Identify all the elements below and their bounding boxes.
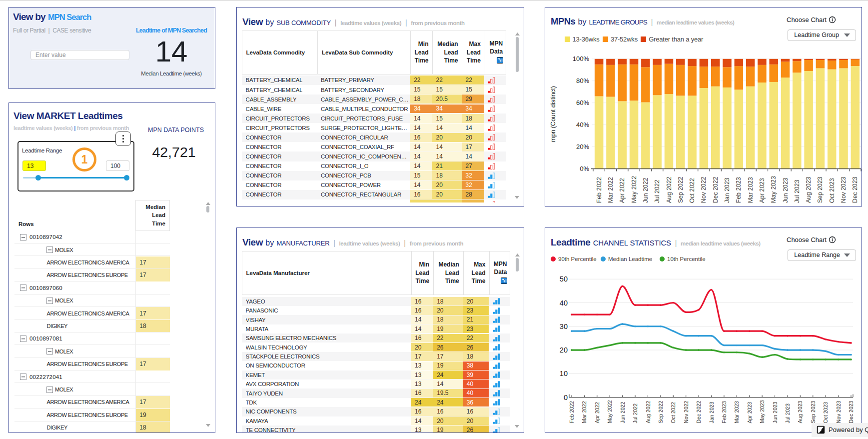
- svg-text:Jun 2023: Jun 2023: [782, 178, 789, 203]
- svg-text:50: 50: [560, 275, 568, 283]
- svg-text:Jul 2023: Jul 2023: [785, 404, 791, 424]
- svg-text:Dec 2023: Dec 2023: [848, 400, 854, 423]
- svg-text:Nov 2023: Nov 2023: [840, 176, 847, 203]
- svg-text:Aug 2023: Aug 2023: [797, 400, 803, 423]
- svg-text:Feb 2023: Feb 2023: [735, 177, 742, 203]
- svg-text:10: 10: [560, 370, 568, 378]
- svg-text:Oct 2022: Oct 2022: [689, 178, 696, 203]
- svg-text:Aug 2023: Aug 2023: [805, 176, 812, 203]
- svg-text:Sep 2022: Sep 2022: [658, 400, 664, 423]
- svg-text:mpn (Count distinct): mpn (Count distinct): [550, 86, 557, 142]
- svg-text:20%: 20%: [576, 143, 589, 150]
- svg-text:Apr 2022: Apr 2022: [619, 178, 626, 203]
- svg-text:100%: 100%: [573, 55, 590, 62]
- svg-text:Dec 2023: Dec 2023: [852, 176, 859, 203]
- svg-text:Jun 2022: Jun 2022: [620, 402, 626, 423]
- svg-text:Feb 2022: Feb 2022: [596, 177, 603, 203]
- svg-text:Jan 2023: Jan 2023: [709, 402, 715, 423]
- svg-text:Jul 2023: Jul 2023: [794, 180, 801, 203]
- svg-text:40: 40: [560, 299, 568, 307]
- svg-text:Feb 2022: Feb 2022: [569, 401, 575, 424]
- svg-text:Apr 2023: Apr 2023: [759, 178, 766, 203]
- svg-text:Feb 2023: Feb 2023: [721, 401, 727, 424]
- svg-text:80%: 80%: [576, 77, 589, 84]
- svg-text:Oct 2022: Oct 2022: [670, 402, 676, 424]
- svg-text:40%: 40%: [576, 121, 589, 128]
- svg-text:Dec 2022: Dec 2022: [696, 400, 702, 423]
- svg-text:0: 0: [564, 394, 568, 402]
- svg-text:Nov 2022: Nov 2022: [683, 400, 689, 423]
- svg-text:May 2023: May 2023: [770, 176, 777, 203]
- svg-text:Aug 2022: Aug 2022: [666, 176, 673, 203]
- svg-text:Nov 2023: Nov 2023: [836, 400, 842, 423]
- svg-text:Oct 2023: Oct 2023: [823, 402, 829, 424]
- svg-text:Sep 2023: Sep 2023: [810, 400, 816, 423]
- svg-text:0%: 0%: [580, 165, 589, 172]
- svg-text:Sep 2023: Sep 2023: [817, 176, 824, 203]
- svg-text:May 2022: May 2022: [607, 400, 613, 423]
- svg-text:60%: 60%: [576, 99, 589, 106]
- svg-text:Jul 2022: Jul 2022: [654, 180, 661, 203]
- svg-text:May 2023: May 2023: [759, 400, 765, 423]
- svg-text:Mar 2023: Mar 2023: [734, 401, 740, 424]
- svg-text:Jul 2022: Jul 2022: [632, 404, 638, 424]
- svg-text:Mar 2022: Mar 2022: [581, 401, 587, 424]
- svg-text:Jan 2023: Jan 2023: [724, 178, 731, 203]
- svg-text:Apr 2023: Apr 2023: [747, 402, 753, 424]
- svg-text:Dec 2022: Dec 2022: [712, 176, 719, 203]
- svg-text:Sep 2022: Sep 2022: [677, 176, 684, 203]
- svg-text:30: 30: [560, 322, 568, 330]
- svg-text:Aug 2022: Aug 2022: [645, 400, 651, 423]
- svg-text:Mar 2022: Mar 2022: [607, 177, 614, 203]
- svg-text:May 2022: May 2022: [631, 176, 638, 203]
- svg-text:Oct 2023: Oct 2023: [829, 178, 836, 203]
- svg-text:Apr 2022: Apr 2022: [594, 402, 600, 424]
- svg-text:Mar 2023: Mar 2023: [747, 177, 754, 203]
- svg-text:Jun 2023: Jun 2023: [772, 402, 778, 423]
- svg-text:20: 20: [560, 346, 568, 354]
- svg-text:Nov 2022: Nov 2022: [700, 176, 707, 203]
- svg-text:Jun 2022: Jun 2022: [642, 178, 649, 203]
